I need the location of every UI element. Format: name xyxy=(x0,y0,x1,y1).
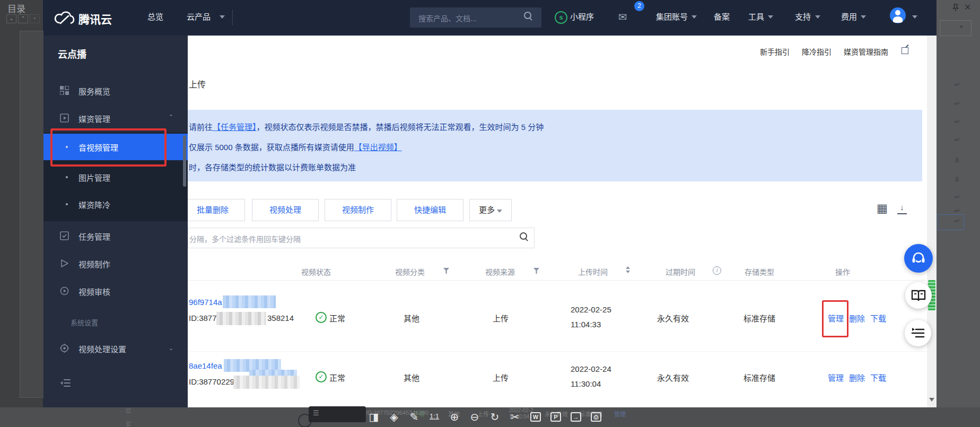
nav-icp[interactable]: 备案 xyxy=(714,12,730,22)
category-cell: 其他 xyxy=(404,312,419,324)
export-icon[interactable]: → xyxy=(571,412,581,422)
rotate-icon[interactable]: ↻ xyxy=(487,411,503,423)
sidebar-item-service-overview[interactable]: 服务概览 xyxy=(78,85,110,97)
product-search-placeholder: 搜索产品、文档... xyxy=(418,13,477,23)
sidebar-item-video-review[interactable]: 视频审核 xyxy=(78,286,110,297)
zoom-in-icon[interactable]: ⊕ xyxy=(447,411,462,423)
download-list-icon[interactable]: ↓ xyxy=(897,203,907,214)
alert-line-2: 仅展示 5000 条数据，获取点播所有媒资请使用【导出视频】 xyxy=(189,141,402,152)
char-mark: a xyxy=(955,175,959,182)
processing-expand-icon[interactable]: ⌄ xyxy=(169,345,173,352)
zoom-out-icon[interactable]: ⊖ xyxy=(467,411,483,423)
paragraph-mark: ↵ xyxy=(955,217,960,225)
console-scrollbar[interactable] xyxy=(927,36,937,407)
delete-link[interactable]: 删除 xyxy=(849,372,865,383)
link-task-management[interactable]: 【任务管理】 xyxy=(213,123,257,132)
nav-products[interactable]: 云产品 xyxy=(187,12,211,22)
docs-button[interactable] xyxy=(905,282,932,309)
nav-mini-program[interactable]: 小程序 xyxy=(570,12,594,22)
nav-group-account[interactable]: 集团账号 xyxy=(656,12,688,22)
delete-link[interactable]: 删除 xyxy=(849,312,865,324)
media-collapse-icon[interactable]: ⌃ xyxy=(169,114,173,120)
toc-add-button[interactable]: + xyxy=(30,14,40,23)
expire-info-icon[interactable]: i xyxy=(713,266,721,275)
sort-asc-icon[interactable] xyxy=(626,266,630,269)
video-process-button[interactable]: 视频处理 xyxy=(252,199,319,221)
sidebar-item-media-management[interactable]: 媒资管理 xyxy=(78,113,110,124)
nav-divider xyxy=(232,10,233,25)
close-icon[interactable]: ✕ xyxy=(964,2,971,12)
source-cell: 上传 xyxy=(493,312,509,324)
censored-name-blur xyxy=(223,295,276,308)
expire-cell: 永久有效 xyxy=(657,312,689,324)
link-media-guide[interactable]: 媒资管理指南 xyxy=(844,46,888,57)
toc-expand-button[interactable]: ⌃ xyxy=(18,14,28,23)
print-icon[interactable]: ⎙ xyxy=(591,412,601,422)
video-produce-button[interactable]: 视频制作 xyxy=(325,199,391,221)
headset-icon xyxy=(911,250,926,266)
toc-collapse-button[interactable]: ⌄ xyxy=(6,14,16,23)
mail-icon[interactable]: ✉ xyxy=(618,11,627,23)
sidebar-item-video-production[interactable]: 视频制作 xyxy=(78,258,110,269)
ghost-manage: 管理 xyxy=(614,409,626,418)
download-link[interactable]: 下载 xyxy=(870,312,886,324)
tab-upload[interactable]: 上传 xyxy=(189,77,206,90)
batch-delete-button[interactable]: 批量删除 xyxy=(180,199,245,221)
sidebar-item-media-cooling[interactable]: 媒资降冷 xyxy=(78,199,110,210)
alert-line2-text: 仅展示 5000 条数据，获取点播所有媒资请使用 xyxy=(189,143,354,152)
nav-overview[interactable]: 总览 xyxy=(147,12,163,22)
sidebar-item-task-management[interactable]: 任务管理 xyxy=(78,231,110,242)
status-ok-icon: ✓ xyxy=(316,371,327,382)
col-video-status: 视频状态 xyxy=(301,266,331,277)
video-name-link[interactable]: 96f9714a xyxy=(189,298,222,307)
screen: 腾讯云 总览 云产品 搜索产品、文档... s 小程序 ✉ 2 集团账号 备案 … xyxy=(0,0,980,427)
paragraph-mark: ↵ xyxy=(955,136,960,144)
sidebar-item-image-management[interactable]: 图片管理 xyxy=(78,172,110,183)
collapse-sidebar-icon[interactable] xyxy=(60,379,71,387)
scrollbar-down-arrow-icon[interactable] xyxy=(929,398,934,402)
edit-image-icon[interactable]: ✎ xyxy=(406,411,422,423)
link-beginner-guide[interactable]: 新手指引 xyxy=(760,46,790,57)
tools-caret-icon xyxy=(768,15,773,19)
nav-support[interactable]: 支持 xyxy=(795,12,811,22)
pin-icon[interactable] xyxy=(951,3,960,12)
sidebar-scrollbar-thumb[interactable] xyxy=(183,135,186,187)
download-link[interactable]: 下载 xyxy=(870,372,886,383)
link-cooling-guide[interactable]: 降冷指引 xyxy=(802,46,832,57)
sort-desc-icon[interactable] xyxy=(626,271,630,273)
col-operations: 操作 xyxy=(835,266,850,277)
convert-to-pdf-icon[interactable]: P xyxy=(550,412,561,422)
split-view-icon[interactable]: ◨ xyxy=(366,411,382,423)
host-dropdown[interactable] xyxy=(940,20,972,36)
nav-billing[interactable]: 费用 xyxy=(841,12,857,22)
paragraph-mark: ↵ xyxy=(955,118,960,126)
manage-link[interactable]: 管理 xyxy=(828,372,844,383)
more-button[interactable]: 更多 xyxy=(469,199,512,221)
filter-search-icon[interactable] xyxy=(520,232,527,240)
censored-id-blur xyxy=(233,376,300,389)
search-icon[interactable] xyxy=(524,12,531,19)
media-icon xyxy=(60,114,69,123)
col-video-source: 视频来源 xyxy=(485,266,515,277)
sidebar-item-video-processing-settings[interactable]: 视频处理设置 xyxy=(78,343,126,354)
feedback-button[interactable] xyxy=(905,320,931,346)
status-text: 正常 xyxy=(329,372,345,383)
paragraph-mark: ↵ xyxy=(955,207,960,215)
nav-tools[interactable]: 工具 xyxy=(748,12,764,22)
pill-menu-icon[interactable]: ☰ xyxy=(313,409,319,417)
quick-edit-button[interactable]: 快捷编辑 xyxy=(397,199,463,221)
magic-erase-icon[interactable]: ◈ xyxy=(386,411,402,423)
crop-icon[interactable]: ✂ xyxy=(507,411,523,423)
customer-service-button[interactable] xyxy=(904,244,933,273)
header-divider xyxy=(188,280,927,281)
card-view-icon[interactable]: ▦ xyxy=(877,202,888,215)
user-avatar[interactable] xyxy=(890,7,906,23)
video-name-link[interactable]: 8ae14fea xyxy=(189,361,222,370)
host-dropdown-caret-icon: ▾ xyxy=(960,23,963,30)
link-export-video[interactable]: 【导出视频】 xyxy=(354,143,402,152)
convert-to-word-icon[interactable]: W xyxy=(530,412,541,422)
brand-name: 腾讯云 xyxy=(78,11,112,27)
paragraph-mark: ↵ xyxy=(955,193,960,201)
message-count-badge: 2 xyxy=(634,1,644,11)
actual-size-icon[interactable]: 1:1 xyxy=(426,412,442,420)
